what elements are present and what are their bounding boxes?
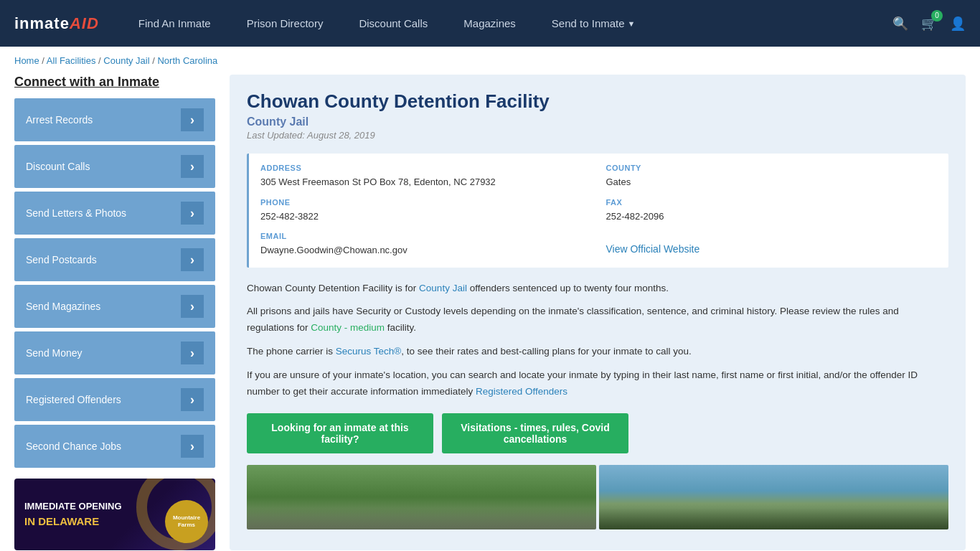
nav-prison-directory[interactable]: Prison Directory [229, 0, 341, 47]
securus-link[interactable]: Securus Tech® [336, 346, 402, 357]
website-field: View Official Website [606, 232, 938, 258]
county-jail-link-1[interactable]: County Jail [419, 283, 467, 293]
arrow-icon: › [181, 295, 204, 318]
site-header: inmateAID Find An Inmate Prison Director… [0, 0, 980, 47]
county-label: COUNTY [606, 164, 938, 172]
address-label: ADDRESS [260, 164, 592, 172]
find-inmate-button[interactable]: Looking for an inmate at this facility? [247, 413, 433, 453]
user-icon[interactable]: 👤 [950, 16, 966, 32]
arrow-icon: › [181, 248, 204, 271]
address-value: 305 West Freemason St PO Box 78, Edenton… [260, 175, 592, 189]
email-label: EMAIL [260, 232, 592, 240]
cart-icon[interactable]: 🛒 0 [921, 16, 937, 32]
ad-logo: Mountaire Farms [165, 500, 208, 543]
facility-photo-1 [247, 465, 596, 529]
phone-field: PHONE 252-482-3822 [260, 198, 592, 224]
nav-magazines[interactable]: Magazines [446, 0, 534, 47]
nav-find-inmate[interactable]: Find An Inmate [121, 0, 229, 47]
sidebar-item-second-chance-jobs[interactable]: Second Chance Jobs › [14, 425, 215, 468]
facility-detail: Chowan County Detention Facility County … [230, 75, 966, 550]
sidebar-item-arrest-records[interactable]: Arrest Records › [14, 98, 215, 141]
fax-value: 252-482-2096 [606, 209, 938, 224]
arrow-icon: › [181, 108, 204, 131]
ad-line1: IMMEDIATE OPENING [24, 499, 122, 514]
sidebar-item-send-money[interactable]: Send Money › [14, 331, 215, 375]
sidebar-item-send-postcards[interactable]: Send Postcards › [14, 238, 215, 281]
ad-line2: IN DELAWARE [24, 514, 122, 530]
breadcrumb-county-jail[interactable]: County Jail [103, 55, 149, 66]
logo[interactable]: inmateAID [14, 14, 99, 33]
sidebar: Connect with an Inmate Arrest Records › … [14, 75, 215, 550]
main-nav: Find An Inmate Prison Directory Discount… [121, 0, 892, 47]
registered-offenders-link[interactable]: Registered Offenders [476, 386, 567, 397]
facility-last-updated: Last Updated: August 28, 2019 [247, 130, 948, 141]
action-buttons: Looking for an inmate at this facility? … [247, 413, 948, 453]
sidebar-item-send-letters[interactable]: Send Letters & Photos › [14, 192, 215, 235]
facility-type: County Jail [247, 116, 948, 128]
facility-title: Chowan County Detention Facility [247, 90, 948, 113]
sidebar-item-send-magazines[interactable]: Send Magazines › [14, 285, 215, 328]
nav-send-to-inmate[interactable]: Send to Inmate ▼ [534, 0, 654, 47]
description-3: The phone carrier is Securus Tech®, to s… [247, 344, 948, 360]
fax-field: FAX 252-482-2096 [606, 198, 938, 224]
breadcrumb-north-carolina[interactable]: North Carolina [157, 55, 217, 66]
arrow-icon: › [181, 435, 204, 458]
facility-photos [247, 465, 948, 529]
arrow-icon: › [181, 388, 204, 411]
county-field: COUNTY Gates [606, 164, 938, 189]
breadcrumb-all-facilities[interactable]: All Facilities [47, 55, 96, 66]
breadcrumb: Home / All Facilities / County Jail / No… [0, 47, 980, 75]
phone-label: PHONE [260, 198, 592, 207]
email-field: EMAIL Dwayne.Goodwin@Chowan.nc.gov [260, 232, 592, 258]
email-value: Dwayne.Goodwin@Chowan.nc.gov [260, 243, 592, 258]
phone-value: 252-482-3822 [260, 209, 592, 224]
visitations-button[interactable]: Visitations - times, rules, Covid cancel… [442, 413, 628, 453]
header-icons: 🔍 🛒 0 👤 [892, 16, 966, 32]
official-website-link[interactable]: View Official Website [606, 243, 700, 255]
arrow-icon: › [181, 202, 204, 225]
main-container: Connect with an Inmate Arrest Records › … [0, 75, 980, 551]
dropdown-arrow-icon: ▼ [628, 19, 636, 28]
facility-photo-2 [599, 465, 948, 529]
sidebar-advertisement[interactable]: IMMEDIATE OPENING IN DELAWARE Mountaire … [14, 479, 215, 550]
arrow-icon: › [181, 155, 204, 178]
description-4: If you are unsure of your inmate's locat… [247, 367, 948, 400]
sidebar-item-discount-calls[interactable]: Discount Calls › [14, 145, 215, 188]
breadcrumb-home[interactable]: Home [14, 55, 39, 66]
arrow-icon: › [181, 342, 204, 364]
nav-discount-calls[interactable]: Discount Calls [341, 0, 446, 47]
sidebar-title: Connect with an Inmate [14, 75, 215, 90]
search-icon[interactable]: 🔍 [892, 16, 908, 32]
facility-info-grid: ADDRESS 305 West Freemason St PO Box 78,… [247, 154, 948, 268]
address-field: ADDRESS 305 West Freemason St PO Box 78,… [260, 164, 592, 189]
county-medium-link[interactable]: County - medium [311, 322, 385, 333]
sidebar-item-registered-offenders[interactable]: Registered Offenders › [14, 378, 215, 421]
description-1: Chowan County Detention Facility is for … [247, 281, 948, 297]
fax-label: FAX [606, 198, 938, 207]
description-2: All prisons and jails have Security or C… [247, 303, 948, 336]
cart-badge: 0 [931, 10, 943, 22]
county-value: Gates [606, 175, 938, 189]
